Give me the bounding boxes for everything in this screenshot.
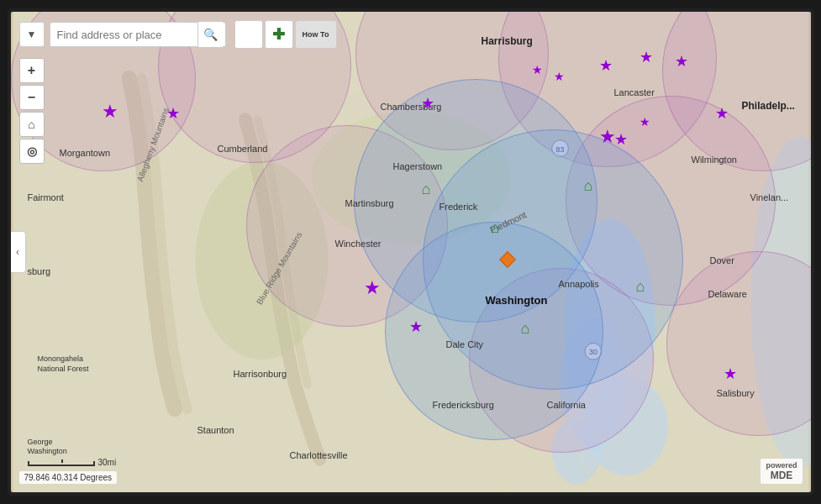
scale-line <box>28 461 95 466</box>
svg-point-7 <box>195 161 328 360</box>
how-to-label: How To <box>303 30 329 39</box>
basemap-button[interactable] <box>234 20 263 49</box>
zoom-in-button[interactable]: + <box>19 58 45 83</box>
how-to-button[interactable]: How To <box>295 20 337 49</box>
scale-label: GeorgeWashington <box>28 438 67 456</box>
zoom-out-button[interactable]: − <box>19 85 45 110</box>
nav-dropdown-button[interactable]: ▼ <box>19 22 45 47</box>
collapse-icon: ‹ <box>16 246 19 258</box>
svg-point-6 <box>311 111 510 244</box>
search-input[interactable] <box>50 29 197 41</box>
coordinates-bar: 79.846 40.314 Degrees <box>19 471 118 484</box>
home-button[interactable]: ⌂ <box>19 112 45 137</box>
search-box: 🔍 <box>50 22 226 47</box>
svg-text:83: 83 <box>555 145 564 154</box>
powered-by-line2: MDE <box>766 470 797 481</box>
scale-indicator: 30mi <box>28 458 117 467</box>
app-frame: 30 83 Harrisburg Philadelp... Lancaster … <box>8 8 814 496</box>
coordinates-text: 79.846 40.314 Degrees <box>24 473 113 482</box>
nav-arrow-icon: ▼ <box>27 29 37 40</box>
search-button[interactable]: 🔍 <box>197 22 223 47</box>
svg-text:30: 30 <box>589 348 597 356</box>
svg-point-4 <box>551 417 601 484</box>
left-controls: + − ⌂ ◎ <box>19 58 45 164</box>
scale-distance: 30mi <box>98 458 117 467</box>
powered-by-badge: powered MDE <box>760 459 802 484</box>
collapse-panel-button[interactable]: ‹ <box>11 231 26 273</box>
map-background: 30 83 <box>11 12 811 492</box>
powered-by-line1: powered <box>766 461 797 470</box>
toolbar: ▼ 🔍 ✚ How To <box>19 20 803 49</box>
locate-button[interactable]: ◎ <box>19 139 45 164</box>
add-layer-button[interactable]: ✚ <box>265 20 293 49</box>
tool-group: ✚ How To <box>234 20 337 49</box>
scale-bar: GeorgeWashington 30mi <box>28 438 117 467</box>
